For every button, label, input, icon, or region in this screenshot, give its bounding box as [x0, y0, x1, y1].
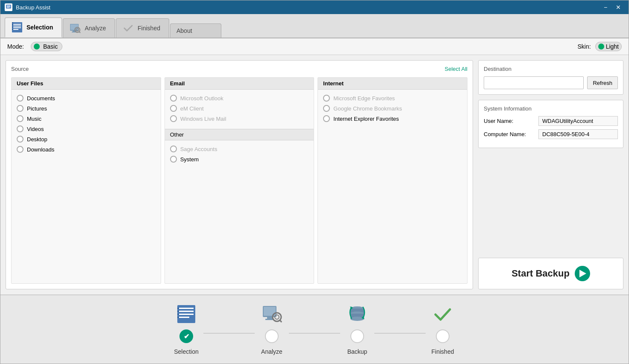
start-backup-label: Start Backup	[511, 268, 570, 279]
radio-em-client	[170, 105, 177, 112]
tab-analyze-label: Analyze	[85, 25, 106, 32]
tabs-bar: Selection Analyze	[0, 14, 629, 38]
source-panel: Source Select All User Files Documents P…	[6, 60, 473, 289]
tab-about[interactable]: About	[170, 23, 221, 38]
user-name-label: User Name:	[484, 118, 535, 124]
play-circle-icon	[575, 266, 590, 281]
progress-label-selection: Selection	[174, 348, 199, 355]
tab-selection-label: Selection	[26, 24, 53, 31]
destination-select[interactable]	[484, 76, 584, 89]
item-edge-favorites: Microsoft Edge Favorites	[320, 93, 465, 103]
svg-point-42	[350, 317, 364, 321]
main-content: Source Select All User Files Documents P…	[0, 55, 629, 294]
system-info-title: System Information	[484, 105, 618, 112]
radio-documents[interactable]	[17, 95, 24, 102]
play-triangle-icon	[579, 270, 586, 277]
radio-videos[interactable]	[17, 125, 24, 132]
radio-desktop[interactable]	[17, 136, 24, 143]
internet-items: Microsoft Edge Favorites Google Chrome B…	[318, 90, 467, 127]
radio-system[interactable]	[170, 156, 177, 163]
svg-rect-9	[13, 29, 18, 30]
source-title: Source	[11, 66, 29, 72]
mode-toggle-dot	[34, 44, 40, 50]
svg-rect-2	[7, 6, 10, 6]
user-name-row: User Name: WDAGUtilityAccount	[484, 116, 618, 126]
svg-rect-3	[7, 6, 10, 7]
svg-rect-24	[179, 311, 194, 312]
selection-tab-icon	[11, 21, 23, 33]
radio-edge-favorites	[323, 95, 330, 102]
skin-toggle-dot	[598, 44, 604, 50]
computer-name-label: Computer Name:	[484, 131, 535, 137]
tab-finished[interactable]: Finished	[116, 18, 169, 38]
tab-analyze[interactable]: Analyze	[63, 18, 115, 38]
progress-circle-selection	[179, 329, 193, 343]
refresh-button[interactable]: Refresh	[587, 76, 618, 89]
svg-rect-13	[12, 27, 13, 28]
item-videos[interactable]: Videos	[13, 124, 159, 134]
tab-about-label: About	[176, 27, 192, 34]
close-button[interactable]: ✕	[612, 3, 624, 12]
svg-rect-30	[177, 317, 179, 318]
right-panel: Destination Refresh System Information U…	[478, 60, 623, 289]
skin-value: Light	[606, 43, 619, 50]
user-files-items: Documents Pictures Music Videos	[12, 90, 161, 158]
radio-pictures[interactable]	[17, 105, 24, 112]
user-files-header: User Files	[12, 78, 161, 90]
skin-label: Skin:	[578, 43, 591, 50]
start-backup-button[interactable]: Start Backup	[478, 258, 623, 289]
title-bar-left: Backup Assist	[5, 3, 50, 11]
svg-rect-29	[177, 314, 179, 315]
tab-finished-label: Finished	[138, 25, 160, 32]
mode-divider	[69, 47, 570, 47]
svg-rect-27	[177, 308, 179, 309]
radio-chrome-bookmarks	[323, 105, 330, 112]
svg-rect-6	[13, 24, 21, 25]
step-icon-finished	[431, 302, 455, 326]
item-ie-favorites[interactable]: Internet Explorer Favorites	[320, 114, 465, 124]
svg-rect-33	[267, 317, 272, 319]
email-header: Email	[165, 78, 314, 90]
item-pictures[interactable]: Pictures	[13, 103, 159, 114]
item-system[interactable]: System	[167, 154, 312, 164]
svg-rect-4	[7, 7, 9, 8]
item-downloads[interactable]: Downloads	[13, 144, 159, 154]
radio-ie-favorites[interactable]	[323, 115, 330, 122]
step-icon-analyze	[260, 302, 284, 326]
title-controls: − ✕	[600, 3, 624, 12]
other-header: Other	[165, 129, 314, 140]
item-documents[interactable]: Documents	[13, 93, 159, 103]
system-info-panel: System Information User Name: WDAGUtilit…	[478, 100, 623, 148]
internet-col: Internet Microsoft Edge Favorites Google…	[317, 77, 467, 284]
computer-name-value: DC88C509-5E00-4	[538, 129, 618, 139]
svg-rect-14	[12, 29, 13, 30]
internet-header: Internet	[318, 78, 467, 90]
select-all-link[interactable]: Select All	[445, 66, 467, 72]
source-panel-header: Source Select All	[11, 66, 467, 72]
computer-name-row: Computer Name: DC88C509-5E00-4	[484, 129, 618, 139]
minimize-button[interactable]: −	[600, 3, 611, 12]
app-icon	[5, 3, 12, 11]
other-items: Sage Accounts System	[165, 140, 314, 168]
tab-selection[interactable]: Selection	[5, 17, 62, 38]
mode-bar: Mode: Basic Skin: Light	[0, 38, 629, 55]
progress-label-finished: Finished	[432, 348, 454, 355]
bottom-progress: Selection Analyze	[0, 294, 629, 364]
item-sage-accounts: Sage Accounts	[167, 144, 312, 154]
item-desktop[interactable]: Desktop	[13, 134, 159, 144]
svg-rect-12	[12, 26, 13, 26]
radio-downloads[interactable]	[17, 146, 24, 153]
item-music[interactable]: Music	[13, 114, 159, 124]
step-icon-selection	[174, 302, 198, 326]
radio-ms-outlook	[170, 95, 177, 102]
progress-label-analyze: Analyze	[261, 348, 282, 355]
analyze-tab-icon	[69, 22, 81, 34]
item-em-client: eM Client	[167, 103, 312, 114]
radio-music[interactable]	[17, 115, 24, 122]
item-chrome-bookmarks: Google Chrome Bookmarks	[320, 103, 465, 114]
skin-toggle[interactable]: Light	[595, 42, 622, 51]
user-files-col: User Files Documents Pictures Music	[11, 77, 161, 284]
skin-area: Skin: Light	[578, 42, 622, 51]
mode-toggle[interactable]: Basic	[31, 42, 62, 51]
email-items: Microsoft Outlook eM Client Windows Live…	[165, 90, 314, 127]
